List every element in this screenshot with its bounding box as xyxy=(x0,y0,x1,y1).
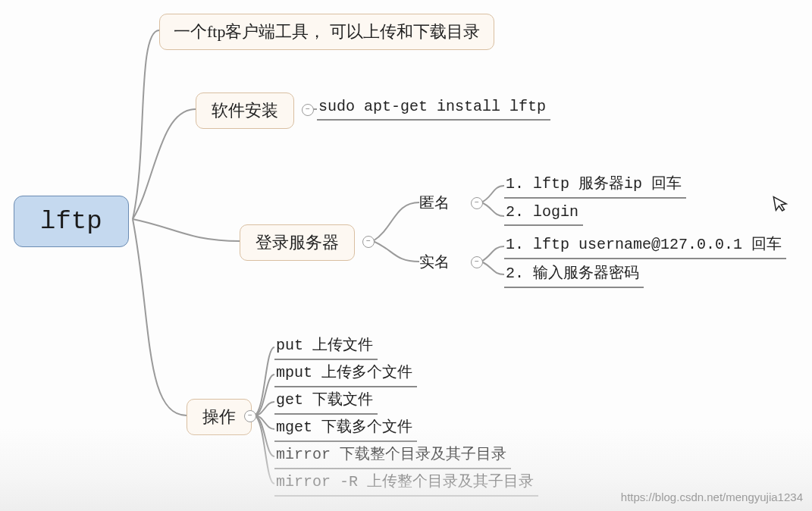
login-label: 登录服务器 xyxy=(256,233,339,252)
install-node[interactable]: 软件安装 xyxy=(196,92,294,129)
watermark-text: https://blog.csdn.net/mengyujia1234 xyxy=(621,491,803,503)
login-real-step-1: 1. lftp username@127.0.0.1 回车 xyxy=(504,231,786,259)
toggle-icon[interactable]: − xyxy=(471,197,483,209)
login-real-step-2: 2. 输入服务器密码 xyxy=(504,260,644,288)
ops-item-get: get 下载文件 xyxy=(274,387,378,415)
login-anon-label: 匿名 xyxy=(419,193,450,215)
install-label: 软件安装 xyxy=(212,101,278,120)
toggle-icon[interactable]: − xyxy=(362,236,375,248)
root-label: lftp xyxy=(40,207,102,236)
toggle-icon[interactable]: − xyxy=(471,256,483,268)
login-anon-step-1: 1. lftp 服务器ip 回车 xyxy=(504,171,686,199)
description-text: 一个ftp客户端工具， 可以上传和下载目录 xyxy=(174,22,480,41)
login-node[interactable]: 登录服务器 xyxy=(240,224,355,261)
toggle-icon[interactable]: − xyxy=(244,410,256,422)
ops-item-put: put 上传文件 xyxy=(274,332,378,360)
ops-label: 操作 xyxy=(202,407,236,426)
root-node[interactable]: lftp xyxy=(14,196,129,247)
login-real-label: 实名 xyxy=(419,252,450,274)
ops-item-mirror: mirror 下载整个目录及其子目录 xyxy=(274,441,511,469)
ops-node[interactable]: 操作 xyxy=(187,399,252,435)
ops-item-mirror-r: mirror -R 上传整个目录及其子目录 xyxy=(274,469,538,497)
ops-item-mput: mput 上传多个文件 xyxy=(274,359,417,387)
login-anon-step-2: 2. login xyxy=(504,201,583,226)
toggle-icon[interactable]: − xyxy=(302,104,314,116)
ops-item-mget: mget 下载多个文件 xyxy=(274,414,417,442)
install-command: sudo apt-get install lftp xyxy=(317,96,550,121)
description-node[interactable]: 一个ftp客户端工具， 可以上传和下载目录 xyxy=(159,14,494,50)
